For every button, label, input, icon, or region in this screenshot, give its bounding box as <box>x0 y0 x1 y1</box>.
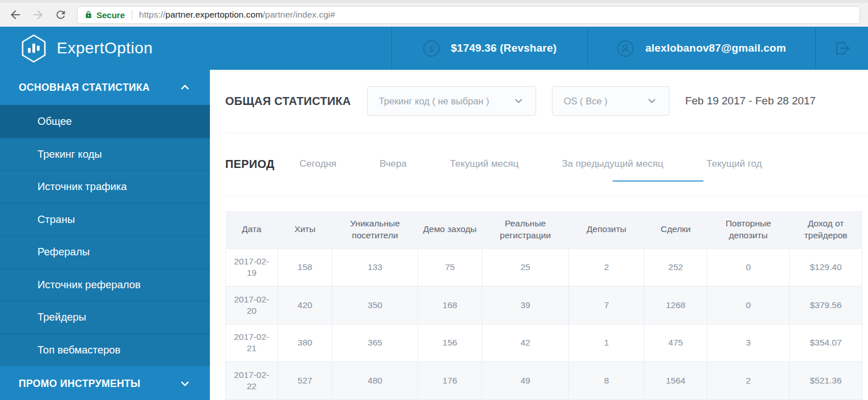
table-cell: 156 <box>418 324 482 362</box>
app-header: ExpertOption $ $1749.36 (Revshare) alexl… <box>0 27 868 70</box>
table-cell: 252 <box>644 249 707 287</box>
table-row: 2017-02-19158133752522520$129.40 <box>226 249 862 287</box>
table-cell: 0 <box>707 287 790 325</box>
refresh-button[interactable] <box>51 5 70 24</box>
chevron-down-icon <box>513 95 524 107</box>
table-cell: 420 <box>278 287 332 325</box>
table-cell: 133 <box>332 249 418 287</box>
table-cell: 2017-02-21 <box>226 324 278 362</box>
table-cell: $521.36 <box>790 362 862 400</box>
logout-button[interactable] <box>815 27 868 70</box>
url-text: https://partner.expertoption.com/partner… <box>139 10 335 20</box>
table-row: 2017-02-213803651564214753$354.07 <box>226 324 862 362</box>
address-divider <box>132 10 132 20</box>
sidebar-section-label: ПРОМО ИНСТРУМЕНТЫ <box>19 378 141 390</box>
url-host: partner.expertoption.com <box>166 10 263 19</box>
table-cell: 475 <box>644 324 707 362</box>
forward-arrow-icon <box>31 8 45 22</box>
table-cell: $379.56 <box>790 287 862 325</box>
back-button[interactable] <box>6 5 25 24</box>
tracking-code-value: Трекинг код ( не выбран ) <box>379 96 490 107</box>
table-cell: 2017-02-20 <box>226 287 278 325</box>
account-display: alexlobanov87@gmail.com <box>587 27 815 70</box>
period-tab-1[interactable]: Сегодня <box>300 158 336 170</box>
table-header-cell: Демо заходы <box>418 211 482 249</box>
address-bar[interactable]: Secure https://partner.expertoption.com/… <box>77 6 860 24</box>
sidebar-item-4[interactable]: Страны <box>0 203 210 236</box>
table-cell: 176 <box>418 362 482 400</box>
secure-label: Secure <box>96 10 125 20</box>
period-label: ПЕРИОД <box>225 158 275 171</box>
sidebar-item-5[interactable]: Рефералы <box>0 235 210 268</box>
period-tab-4[interactable]: За предыдущий месяц <box>562 158 663 170</box>
statistics-table: ДатаХитыУникальные посетителиДемо заходы… <box>225 211 862 400</box>
table-cell: 49 <box>482 362 569 400</box>
period-tab-3[interactable]: Текущий месяц <box>450 158 519 170</box>
lock-icon <box>85 11 92 19</box>
chevron-down-icon <box>179 377 191 390</box>
secure-badge[interactable]: Secure <box>85 10 125 20</box>
brand[interactable]: ExpertOption <box>0 27 391 70</box>
table-cell: 25 <box>482 249 569 287</box>
period-tabs: СегодняВчераТекущий месяцЗа предыдущий м… <box>300 158 762 170</box>
table-cell: 350 <box>332 287 418 325</box>
table-row: 2017-02-2042035016839712680$379.56 <box>226 287 862 325</box>
sidebar-section-promo-tools[interactable]: ПРОМО ИНСТРУМЕНТЫ <box>0 366 210 400</box>
table-cell: 1564 <box>644 362 707 400</box>
sidebar-item-6[interactable]: Источник рефералов <box>0 268 210 301</box>
table-cell: 1 <box>569 324 644 362</box>
back-arrow-icon <box>9 8 22 22</box>
period-tab-5[interactable]: Текущий год <box>706 158 762 170</box>
sidebar-item-3[interactable]: Источник трафика <box>0 170 210 203</box>
table-cell: 39 <box>482 287 569 325</box>
tracking-code-dropdown[interactable]: Трекинг код ( не выбран ) <box>367 86 536 116</box>
table-cell: 158 <box>278 249 332 287</box>
table-cell: 0 <box>707 249 790 287</box>
balance-amount: $1749.36 (Revshare) <box>451 42 557 54</box>
forward-button[interactable] <box>28 5 48 24</box>
table-cell: $129.40 <box>790 249 862 287</box>
sidebar: ОСНОВНАЯ СТАТИСТИКА ОбщееТрекинг кодыИст… <box>0 70 210 400</box>
divider <box>225 196 868 197</box>
table-cell: 380 <box>278 324 332 362</box>
os-dropdown[interactable]: OS ( Все ) <box>552 86 669 116</box>
table-cell: 7 <box>569 287 644 325</box>
table-cell: 168 <box>418 287 482 325</box>
table-cell: 42 <box>482 324 569 362</box>
table-header-cell: Дата <box>226 211 278 249</box>
svg-text:$: $ <box>429 44 433 53</box>
date-range[interactable]: Feb 19 2017 - Feb 28 2017 <box>685 95 816 107</box>
chevron-down-icon <box>646 95 658 107</box>
sidebar-item-1[interactable]: Общее <box>0 105 210 138</box>
browser-chrome: Secure https://partner.expertoption.com/… <box>0 0 868 27</box>
sidebar-section-main-stats[interactable]: ОСНОВНАЯ СТАТИСТИКА <box>0 70 210 105</box>
expertoption-logo-icon <box>20 34 47 63</box>
main-content: ОБЩАЯ СТАТИСТИКА Трекинг код ( не выбран… <box>210 70 868 400</box>
table-cell: 365 <box>332 324 418 362</box>
chevron-up-icon <box>179 81 191 94</box>
table-header-cell: Уникальные посетители <box>332 211 418 249</box>
sidebar-item-2[interactable]: Трекинг коды <box>0 138 210 171</box>
period-tab-2[interactable]: Вчера <box>380 158 407 170</box>
table-header-cell: Повторные депозиты <box>707 211 790 249</box>
dollar-icon: $ <box>423 40 440 57</box>
balance-display: $ $1749.36 (Revshare) <box>391 27 587 70</box>
sidebar-item-8[interactable]: Топ вебмастеров <box>0 334 210 367</box>
page-title: ОБЩАЯ СТАТИСТИКА <box>225 95 351 108</box>
sidebar-section-label: ОСНОВНАЯ СТАТИСТИКА <box>19 82 150 94</box>
table-header-cell: Хиты <box>278 211 332 249</box>
table-header-cell: Реальные регистрации <box>482 211 569 249</box>
table-header-cell: Депозиты <box>569 211 644 249</box>
table-header-row: ДатаХитыУникальные посетителиДемо заходы… <box>226 211 862 249</box>
divider <box>225 133 868 133</box>
user-icon <box>617 40 634 57</box>
os-value: OS ( Все ) <box>564 96 608 107</box>
table-cell: 1268 <box>644 287 707 325</box>
table-cell: 2017-02-19 <box>226 249 278 287</box>
sidebar-items: ОбщееТрекинг кодыИсточник трафикаСтраныР… <box>0 105 210 366</box>
table-cell: 75 <box>418 249 482 287</box>
table-body: 2017-02-19158133752522520$129.402017-02-… <box>226 249 862 399</box>
account-email: alexlobanov87@gmail.com <box>645 42 786 54</box>
sidebar-item-7[interactable]: Трейдеры <box>0 301 210 334</box>
table-row: 2017-02-2252748017649815642$521.36 <box>226 362 862 400</box>
